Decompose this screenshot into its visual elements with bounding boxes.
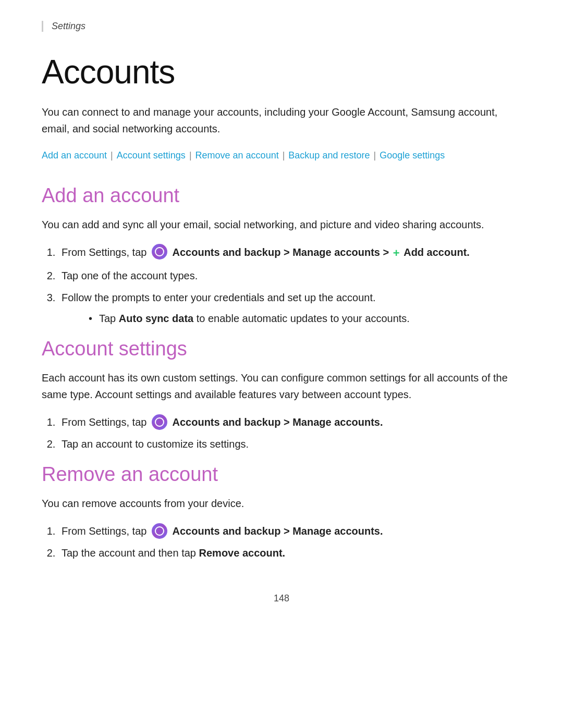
step1-text-before: From Settings, tap [62, 246, 150, 258]
breadcrumb: Settings [42, 21, 521, 32]
settings-icon-1 [152, 244, 167, 260]
page-container: Settings Accounts You can connect to and… [0, 0, 563, 728]
link-backup-restore[interactable]: Backup and restore [288, 150, 370, 161]
link-add-account[interactable]: Add an account [42, 150, 107, 161]
page-number: 148 [42, 593, 521, 604]
step1-text-bold: Accounts and backup > Manage accounts > [173, 246, 392, 258]
add-account-step-3: Follow the prompts to enter your credent… [58, 289, 521, 327]
add-account-steps: From Settings, tap Accounts and backup >… [58, 243, 521, 327]
section-desc-add-account: You can add and sync all your email, soc… [42, 216, 521, 233]
intro-text: You can connect to and manage your accou… [42, 104, 521, 137]
account-settings-step-1: From Settings, tap Accounts and backup >… [58, 413, 521, 431]
add-account-step-2: Tap one of the account types. [58, 267, 521, 285]
account-settings-step-2: Tap an account to customize its settings… [58, 435, 521, 453]
step3-text: Follow the prompts to enter your credent… [62, 292, 376, 303]
section-title-account-settings: Account settings [42, 338, 521, 360]
sep-2: | [187, 150, 194, 161]
section-add-account: Add an account You can add and sync all … [42, 184, 521, 327]
settings-icon-2 [152, 414, 167, 430]
section-desc-remove-account: You can remove accounts from your device… [42, 495, 521, 512]
link-remove-account[interactable]: Remove an account [195, 150, 279, 161]
step1-text-bold2: Add account. [403, 246, 470, 258]
as-step1-text-before: From Settings, tap [62, 416, 150, 428]
add-account-step-1: From Settings, tap Accounts and backup >… [58, 243, 521, 263]
remove-account-step-2: Tap the account and then tap Remove acco… [58, 544, 521, 562]
settings-icon-3 [152, 523, 167, 539]
plus-icon: + [393, 243, 400, 263]
remove-account-step-1: From Settings, tap Accounts and backup >… [58, 522, 521, 540]
ra-step1-text-bold: Accounts and backup > Manage accounts. [173, 525, 383, 537]
section-title-add-account: Add an account [42, 184, 521, 207]
as-step1-text-bold: Accounts and backup > Manage accounts. [173, 416, 383, 428]
ra-step1-text-before: From Settings, tap [62, 525, 150, 537]
ra-step2-text-bold: Remove account. [199, 547, 286, 559]
section-title-remove-account: Remove an account [42, 463, 521, 486]
breadcrumb-label: Settings [52, 21, 85, 31]
sep-3: | [280, 150, 288, 161]
link-account-settings[interactable]: Account settings [117, 150, 186, 161]
account-settings-steps: From Settings, tap Accounts and backup >… [58, 413, 521, 453]
step3-bullet-1: Tap Auto sync data to enable automatic u… [89, 310, 521, 327]
page-title: Accounts [42, 53, 521, 91]
step3-bullets: Tap Auto sync data to enable automatic u… [89, 310, 521, 327]
sep-4: | [371, 150, 378, 161]
section-remove-account: Remove an account You can remove account… [42, 463, 521, 562]
link-google-settings[interactable]: Google settings [380, 150, 445, 161]
remove-account-steps: From Settings, tap Accounts and backup >… [58, 522, 521, 562]
section-desc-account-settings: Each account has its own custom settings… [42, 369, 521, 403]
ra-step2-text-before: Tap the account and then tap [62, 547, 199, 559]
as-step2-text: Tap an account to customize its settings… [62, 438, 249, 450]
sep-1: | [108, 150, 116, 161]
auto-sync-bold: Auto sync data [119, 313, 193, 324]
section-account-settings: Account settings Each account has its ow… [42, 338, 521, 453]
links-bar: Add an account | Account settings | Remo… [42, 147, 521, 164]
step2-text: Tap one of the account types. [62, 270, 198, 281]
